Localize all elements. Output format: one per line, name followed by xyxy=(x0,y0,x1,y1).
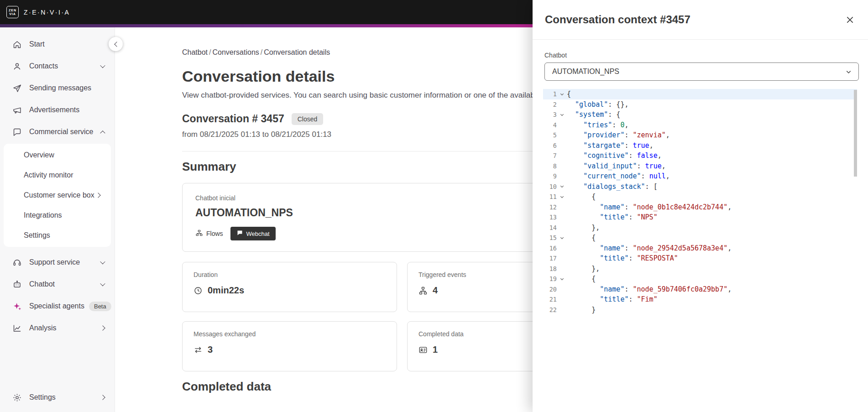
stat-value-text: 3 xyxy=(208,344,213,355)
code-line-17[interactable]: 17 "title": "RESPOSTA" xyxy=(543,253,857,264)
code-text: "provider": "zenvia", xyxy=(567,131,670,139)
code-line-10[interactable]: 10 "dialogs_stack": [ xyxy=(543,182,857,192)
code-line-16[interactable]: 16 "name": "node_29542d5a5678a3e4", xyxy=(543,243,857,254)
chevron-down-icon xyxy=(845,68,852,75)
send-icon xyxy=(12,83,22,93)
code-line-12[interactable]: 12 "name": "node_0b1c8e424dc2b744", xyxy=(543,202,857,213)
sidebar-collapse-button[interactable] xyxy=(109,37,123,51)
fold-chevron-icon[interactable] xyxy=(557,92,567,97)
breadcrumb-chatbot[interactable]: Chatbot xyxy=(182,48,208,56)
code-text: "name": "node_0b1c8e424dc2b744", xyxy=(567,203,732,211)
webchat-tag: Webchat xyxy=(230,227,276,240)
submenu-item-integrations[interactable]: Integrations xyxy=(4,205,111,225)
code-line-6[interactable]: 6 "stargate": true, xyxy=(543,141,857,151)
fold-chevron-icon[interactable] xyxy=(557,194,567,199)
line-number: 8 xyxy=(543,162,557,170)
sidebar-item-start[interactable]: Start xyxy=(0,33,115,55)
code-line-14[interactable]: 14 }, xyxy=(543,223,857,233)
card-icon xyxy=(418,345,428,355)
stat-value: 3 xyxy=(193,344,386,355)
code-line-21[interactable]: 21 "title": "Fim" xyxy=(543,294,857,305)
code-text: "stargate": true, xyxy=(567,141,654,150)
zenvia-logo-icon: ZEN VIA xyxy=(6,6,19,18)
code-line-7[interactable]: 7 "cognitive": false, xyxy=(543,151,857,161)
stat-card-messages-exchanged: Messages exchanged3 xyxy=(182,321,397,371)
code-text: "dialogs_stack": [ xyxy=(567,183,658,191)
home-icon xyxy=(12,39,22,49)
line-number: 22 xyxy=(543,306,557,313)
fold-chevron-icon[interactable] xyxy=(557,184,567,189)
fold-chevron-icon[interactable] xyxy=(557,235,567,240)
code-line-2[interactable]: 2 "global": {}, xyxy=(543,99,857,110)
chevron-down-icon xyxy=(100,259,105,264)
json-editor[interactable]: 1{2 "global": {},3 "system": {4 "tries":… xyxy=(543,89,857,315)
sidebar-item-commercial-service[interactable]: Commercial service xyxy=(0,121,115,143)
code-text: }, xyxy=(567,265,600,273)
panel-title: Conversation context #3457 xyxy=(545,13,690,26)
code-line-5[interactable]: 5 "provider": "zenvia", xyxy=(543,130,857,141)
chatbot-select[interactable]: AUTOMATION_NPS xyxy=(544,63,859,81)
exchange-icon xyxy=(193,345,203,355)
line-number: 7 xyxy=(543,152,557,159)
code-text: "global": {}, xyxy=(567,100,628,109)
code-line-3[interactable]: 3 "system": { xyxy=(543,110,857,120)
brand-text: Z·E·N·V·I·A xyxy=(24,9,70,16)
zenvia-logo[interactable]: ZEN VIA Z·E·N·V·I·A xyxy=(6,6,70,18)
sidebar-item-support-service[interactable]: Support service xyxy=(0,251,115,273)
sidebar-item-chatbot[interactable]: Chatbot xyxy=(0,273,115,295)
submenu-item-label: Integrations xyxy=(24,211,62,219)
sidebar-item-contacts[interactable]: Contacts xyxy=(0,55,115,77)
sidebar-item-analysis[interactable]: Analysis xyxy=(0,317,115,339)
line-number: 2 xyxy=(543,101,557,108)
code-line-19[interactable]: 19 { xyxy=(543,274,857,284)
stat-value-text: 1 xyxy=(433,344,438,355)
stat-label: Messages exchanged xyxy=(193,330,386,338)
chevron-up-icon xyxy=(100,130,105,136)
code-text: "cognitive": false, xyxy=(567,151,662,160)
chart-icon xyxy=(12,323,22,333)
conversation-context-panel: Conversation context #3457 Chatbot AUTOM… xyxy=(533,0,868,412)
sidebar-item-label: Analysis xyxy=(29,324,57,332)
code-line-11[interactable]: 11 { xyxy=(543,192,857,202)
code-line-4[interactable]: 4 "tries": 0, xyxy=(543,120,857,130)
sidebar-item-advertisements[interactable]: Advertisements xyxy=(0,99,115,121)
submenu-item-customer-service-box[interactable]: Customer service box xyxy=(4,185,111,205)
megaphone-icon xyxy=(12,105,22,115)
line-number: 18 xyxy=(543,265,557,272)
panel-body: Chatbot AUTOMATION_NPS 1{2 "global": {},… xyxy=(533,40,868,315)
chevron-right-icon xyxy=(100,325,105,330)
code-line-20[interactable]: 20 "name": "node_59b7406fc0a29bb7", xyxy=(543,284,857,295)
stat-label: Duration xyxy=(193,271,386,278)
sidebar-item-sending-messages[interactable]: Sending messages xyxy=(0,77,115,99)
code-text: { xyxy=(567,234,596,242)
sidebar-lower-group: Support serviceChatbotSpecialist agentsB… xyxy=(0,251,115,339)
code-line-8[interactable]: 8 "valid_input": true, xyxy=(543,161,857,172)
code-text: "title": "RESPOSTA" xyxy=(567,254,678,262)
code-line-13[interactable]: 13 "title": "NPS" xyxy=(543,212,857,223)
submenu-item-settings[interactable]: Settings xyxy=(4,225,111,245)
sidebar-item-specialist-agents[interactable]: Specialist agentsBeta xyxy=(0,295,115,317)
sidebar-item-bottom-settings[interactable]: Settings xyxy=(0,386,115,408)
close-button[interactable] xyxy=(844,14,856,26)
editor-scrollbar[interactable] xyxy=(854,90,857,177)
code-line-22[interactable]: 22 } xyxy=(543,305,857,315)
fold-chevron-icon[interactable] xyxy=(557,112,567,117)
code-line-18[interactable]: 18 }, xyxy=(543,264,857,274)
chevron-right-icon xyxy=(95,193,100,198)
stat-value: 0min22s xyxy=(193,285,386,296)
line-number: 21 xyxy=(543,296,557,303)
line-number: 10 xyxy=(543,183,557,190)
submenu-item-label: Overview xyxy=(24,151,54,159)
submenu-item-overview[interactable]: Overview xyxy=(4,145,111,165)
submenu-item-activity-monitor[interactable]: Activity monitor xyxy=(4,165,111,185)
line-number: 19 xyxy=(543,275,557,282)
fold-chevron-icon[interactable] xyxy=(557,276,567,282)
breadcrumb-conversations[interactable]: Conversations xyxy=(213,48,259,56)
line-number: 20 xyxy=(543,286,557,293)
code-line-9[interactable]: 9 "current_node": null, xyxy=(543,171,857,182)
line-number: 4 xyxy=(543,121,557,129)
gear-icon xyxy=(12,392,22,402)
line-number: 3 xyxy=(543,111,557,118)
code-line-1[interactable]: 1{ xyxy=(543,89,857,99)
code-line-15[interactable]: 15 { xyxy=(543,233,857,243)
